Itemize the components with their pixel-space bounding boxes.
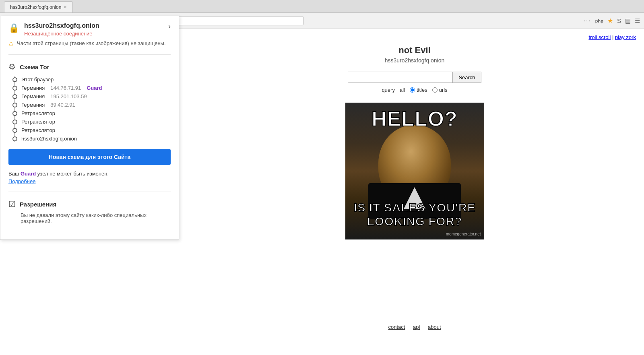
tor-schema-title: Схема Tor: [20, 64, 49, 70]
meme-image: HELLO? IS IT SALES YOU'RE LOOKING FOR? m…: [345, 103, 484, 239]
troll-scroll-link[interactable]: troll scroll: [588, 34, 611, 40]
guard-note: Ваш Guard узел не может быть изменен.: [8, 171, 171, 177]
site-title: hss3uro2hsxfogfq.onion: [24, 22, 99, 29]
browser-tab[interactable]: hss3uro2hsxfogfq.onion ✕: [4, 1, 73, 12]
urls-option[interactable]: urls: [432, 87, 448, 93]
tor-item: hss3uro2hsxfogfq.onion: [12, 136, 171, 142]
tor-item-label-1: Этот браузер: [21, 76, 54, 83]
main-site-title: not Evil: [193, 45, 636, 56]
site-warning: Незащищённое соединение: [24, 31, 99, 37]
tor-item-label-2: Германия: [21, 85, 45, 91]
hamburger-menu-icon[interactable]: ☰: [635, 17, 640, 25]
titles-option[interactable]: titles: [410, 87, 427, 93]
permissions-section: ☑ Разрешения Вы не давали этому сайту ка…: [8, 199, 171, 231]
urls-radio[interactable]: [432, 87, 438, 93]
tor-item-label-4: Германия: [21, 102, 45, 108]
sync-icon[interactable]: S: [617, 17, 621, 24]
meme-top-text: HELLO?: [345, 107, 484, 131]
meme-bottom-text: IS IT SALES YOU'RE LOOKING FOR?: [345, 201, 484, 228]
all-label: all: [400, 87, 405, 93]
tor-item: Германия 89.40.2.91: [12, 102, 171, 108]
tor-item-label-6: Ретранслятор: [21, 119, 55, 125]
query-label: query: [382, 87, 395, 93]
bookmark-star-icon[interactable]: ★: [607, 17, 613, 25]
tor-item-label-3: Германия: [21, 93, 45, 99]
tor-item: Этот браузер: [12, 76, 171, 83]
tor-dot-3: [12, 94, 17, 99]
warning-row: ⚠ Части этой страницы (такие как изображ…: [8, 40, 171, 47]
search-input[interactable]: [348, 72, 452, 83]
site-info-dropdown: 🔒 hss3uro2hsxfogfq.onion Незащищённое со…: [0, 16, 179, 240]
search-row: Search: [193, 72, 636, 83]
profile-icon[interactable]: ▤: [625, 17, 631, 25]
tor-item-ip-2: 144.76.71.91: [50, 85, 81, 91]
meme-watermark: memegenerator.net: [446, 232, 481, 236]
site-info-section: 🔒 hss3uro2hsxfogfq.onion Незащищённое со…: [8, 22, 171, 55]
tor-dot-6: [12, 120, 17, 124]
tor-dot-4: [12, 103, 17, 107]
tor-item-label-5: Ретранслятор: [21, 110, 55, 116]
lock-big-icon: 🔒: [8, 23, 19, 33]
more-link[interactable]: Подробнее: [8, 178, 171, 184]
site-info-text: hss3uro2hsxfogfq.onion Незащищённое соед…: [24, 22, 99, 37]
play-zork-link[interactable]: play zork: [615, 34, 636, 40]
tor-item-ip-3: 195.201.103.59: [50, 93, 87, 99]
tor-dot-1: [12, 77, 17, 82]
link-separator: |: [612, 34, 615, 40]
contact-link[interactable]: contact: [388, 324, 405, 330]
tor-schema-section: ⚙ Схема Tor Этот браузер Германия 144.76…: [8, 62, 171, 192]
tor-item: Германия 144.76.71.91 Guard: [12, 85, 171, 91]
titles-radio[interactable]: [410, 87, 415, 93]
tab-label: hss3uro2hsxfogfq.onion: [10, 4, 61, 10]
urls-label: urls: [439, 87, 448, 93]
api-link[interactable]: api: [413, 324, 420, 330]
tor-item: Ретранслятор: [12, 127, 171, 133]
guard-word: Guard: [21, 171, 36, 177]
tor-schema-icon: ⚙: [8, 62, 16, 72]
search-button[interactable]: Search: [452, 72, 481, 83]
tor-dot-7: [12, 128, 17, 133]
permissions-text: Вы не давали этому сайту каких-либо спец…: [21, 212, 171, 224]
browser-right-controls: ··· php ★ S ▤ ☰: [583, 17, 640, 25]
tor-item: Германия 195.201.103.59: [12, 93, 171, 99]
warning-message: Части этой страницы (такие как изображен…: [17, 40, 166, 47]
titles-label: titles: [417, 87, 427, 93]
menu-dots-icon[interactable]: ···: [583, 17, 591, 25]
tor-item-label-8: hss3uro2hsxfogfq.onion: [21, 136, 77, 142]
new-circuit-button[interactable]: Новая схема для этого Сайта: [8, 149, 171, 165]
warning-triangle-icon: ⚠: [8, 40, 14, 47]
permissions-icon: ☑: [8, 199, 16, 209]
tor-item-guard-2: Guard: [87, 85, 102, 91]
about-link[interactable]: about: [428, 324, 441, 330]
main-site-domain: hss3uro2hsxfogfq.onion: [193, 57, 636, 64]
tor-item-label-7: Ретранслятор: [21, 127, 55, 133]
tor-chain: Этот браузер Германия 144.76.71.91 Guard…: [12, 76, 171, 142]
page-content: troll scroll | play zork not Evil hss3ur…: [185, 29, 644, 350]
tor-item-ip-4: 89.40.2.91: [50, 102, 75, 108]
tor-dot-5: [12, 111, 17, 116]
tor-item: Ретранслятор: [12, 110, 171, 116]
top-right-links: troll scroll | play zork: [588, 34, 636, 40]
footer: contact api about: [193, 312, 636, 338]
tab-bar: hss3uro2hsxfogfq.onion ✕: [0, 0, 644, 13]
tor-dot-8: [12, 136, 17, 141]
expand-arrow-icon[interactable]: ›: [168, 22, 171, 31]
tor-dot-2: [12, 86, 17, 91]
php-badge: php: [595, 19, 603, 23]
tab-close-icon[interactable]: ✕: [64, 5, 67, 9]
permissions-title: Разрешения: [20, 201, 56, 208]
search-options-row: query all titles urls: [193, 87, 636, 93]
tor-item: Ретранслятор: [12, 119, 171, 125]
